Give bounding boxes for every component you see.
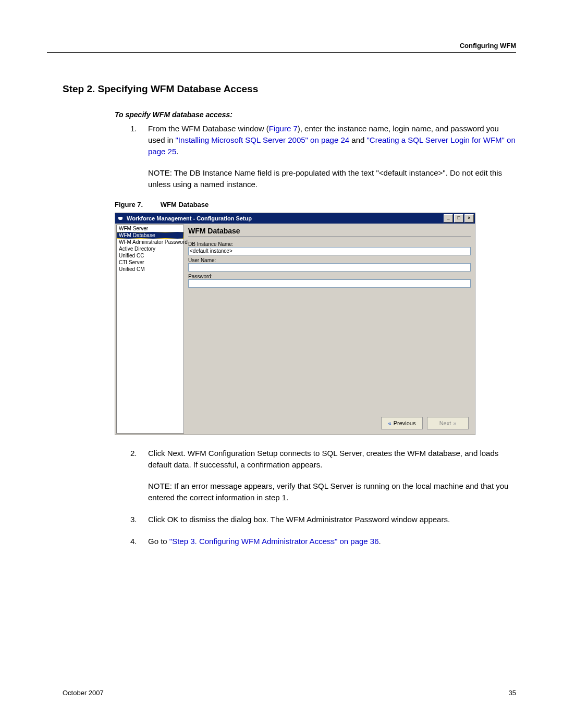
text: From the WFM Database window ( (148, 124, 269, 133)
panel-title: WFM Database (188, 227, 471, 235)
window-title: Workforce Management - Configuration Set… (127, 215, 444, 221)
db-instance-label: DB Instance Name: (188, 241, 471, 247)
sidebar-item-unified-cc[interactable]: Unified CC (117, 252, 183, 259)
text: . (379, 537, 381, 546)
next-button[interactable]: Next » (427, 417, 469, 429)
xref-link[interactable]: "Installing Microsoft SQL Server 2005" o… (176, 135, 350, 144)
step-number: 4. (130, 536, 148, 547)
text: . (176, 147, 178, 156)
sidebar-item-wfm-server[interactable]: WFM Server (117, 225, 183, 232)
db-instance-input[interactable] (188, 247, 471, 255)
previous-label: Previous (394, 420, 416, 426)
note-1: NOTE: The DB Instance Name field is pre-… (148, 167, 516, 190)
app-icon (117, 215, 125, 222)
chevron-right-icon: » (453, 420, 456, 426)
note-2: NOTE: If an error message appears, verif… (148, 480, 516, 503)
step-4: 4. Go to "Step 3. Configuring WFM Admini… (130, 536, 516, 547)
note-text: If an error message appears, verify that… (148, 482, 508, 502)
password-input[interactable] (188, 279, 471, 288)
sidebar-item-cti-server[interactable]: CTI Server (117, 259, 183, 266)
main-panel: WFM Database DB Instance Name: User Name… (184, 224, 475, 435)
step-text: Click Next. WFM Configuration Setup conn… (148, 448, 516, 471)
xref-link[interactable]: "Step 3. Configuring WFM Administrator A… (169, 537, 379, 546)
previous-button[interactable]: « Previous (381, 417, 423, 429)
step-text: Click OK to dismiss the dialog box. The … (148, 514, 516, 525)
chevron-left-icon: « (388, 420, 391, 426)
screenshot-window: Workforce Management - Configuration Set… (115, 213, 475, 435)
username-label: User Name: (188, 257, 471, 263)
sidebar-item-admin-password[interactable]: WFM Administrator Password (117, 239, 183, 245)
panel-rule (188, 236, 471, 237)
note-label: NOTE: (148, 168, 172, 177)
username-input[interactable] (188, 263, 471, 272)
procedure-subhead: To specify WFM database access: (115, 110, 516, 119)
maximize-button[interactable]: □ (454, 214, 463, 223)
step-number: 3. (130, 514, 148, 525)
close-button[interactable]: × (464, 214, 474, 223)
step-3: 3. Click OK to dismiss the dialog box. T… (130, 514, 516, 525)
sidebar-item-wfm-database[interactable]: WFM Database (117, 232, 183, 239)
step-2: 2. Click Next. WFM Configuration Setup c… (130, 448, 516, 471)
header-rule (47, 52, 516, 53)
sidebar-item-active-directory[interactable]: Active Directory (117, 245, 183, 252)
minimize-button[interactable]: _ (444, 214, 453, 223)
footer-date: October 2007 (63, 689, 104, 697)
figure-title: WFM Database (161, 201, 209, 208)
text: Go to (148, 537, 169, 546)
note-label: NOTE: (148, 482, 172, 490)
header-section: Configuring WFM (460, 42, 516, 50)
password-label: Password: (188, 274, 471, 279)
nav-sidebar: WFM Server WFM Database WFM Administrato… (116, 225, 184, 434)
sidebar-item-unified-cm[interactable]: Unified CM (117, 266, 183, 273)
next-label: Next (439, 420, 451, 426)
page-number: 35 (509, 689, 516, 697)
note-text: The DB Instance Name field is pre-popula… (148, 168, 502, 189)
titlebar: Workforce Management - Configuration Set… (115, 213, 475, 224)
text: and (349, 135, 366, 144)
step-number: 1. (130, 123, 148, 157)
page-title: Step 2. Specifying WFM Database Access (63, 83, 516, 95)
step-1: 1. From the WFM Database window (Figure … (130, 123, 516, 157)
figure-caption: Figure 7. WFM Database (115, 201, 516, 208)
figure-ref-link[interactable]: Figure 7 (269, 124, 298, 133)
figure-label: Figure 7. (115, 201, 143, 208)
step-number: 2. (130, 448, 148, 471)
